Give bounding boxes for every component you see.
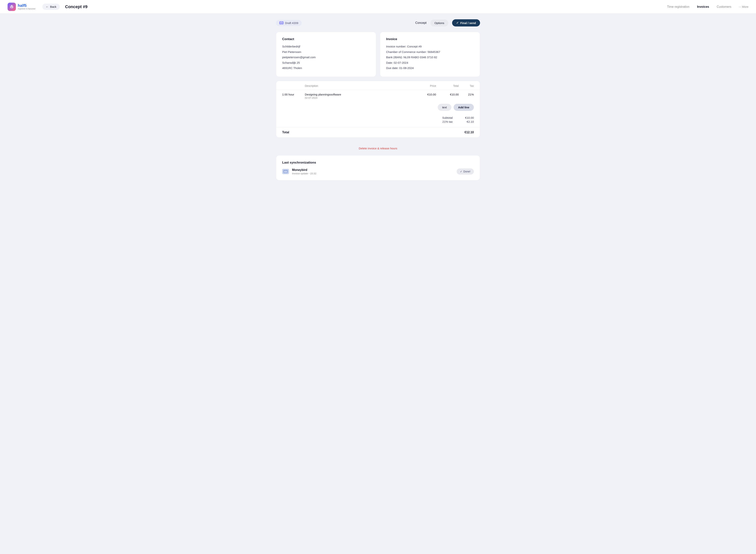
main-content: Draft #209 Concept Options ✓ Final / sen…: [269, 14, 487, 186]
invoice-card-title: Invoice: [386, 37, 474, 41]
back-button[interactable]: ← Back: [42, 4, 60, 10]
main-nav: Time registration Invoices Customers ···…: [667, 5, 748, 8]
svg-rect-3: [284, 170, 287, 173]
invoice-table-card: Description Price Total Tax 1:00 hour De…: [276, 81, 480, 137]
subtotals-section: Subtotal €10.00 21% tax €2.10: [276, 115, 480, 127]
row-description: Designing planningssoftware: [305, 93, 410, 96]
contact-line-4: Schansdijk 25: [282, 61, 370, 65]
col-head-tax: Tax: [459, 84, 474, 87]
sync-card: Last synchronizations Moneybird Invoice …: [276, 155, 480, 180]
col-head-description: Description: [305, 84, 410, 87]
contact-card: Contact Schilderbedrijf Piet Pieterssen …: [276, 32, 376, 77]
chevron-down-icon: ✓: [456, 21, 459, 24]
info-cards-row: Contact Schilderbedrijf Piet Pieterssen …: [276, 32, 480, 77]
sync-service-sub: Invoice update - 15:32: [292, 172, 454, 175]
total-label: Total: [282, 131, 289, 134]
subtotal-value: €10.00: [459, 116, 474, 119]
page-title: Concept #9: [65, 4, 88, 9]
more-dots-icon: ···: [739, 5, 741, 8]
invoice-line-3: Bank (IBAN): NL09 RABO 0346 3710 82: [386, 55, 474, 60]
logo-wordmark: half5: [18, 4, 36, 7]
draft-icon: [279, 21, 284, 24]
row-description-date: 02-07-2024: [305, 97, 410, 99]
header: half5 registreer & factureer ← Back Conc…: [0, 0, 756, 14]
tax-line: 21% tax €2.10: [443, 120, 474, 123]
sync-row: Moneybird Invoice update - 15:32 ✓ Done!: [282, 168, 474, 175]
sync-service-name: Moneybird: [292, 168, 454, 172]
tax-label: 21% tax: [443, 120, 453, 123]
svg-point-1: [11, 5, 12, 6]
delete-invoice-link[interactable]: Delete invoice & release hours: [276, 142, 480, 155]
invoice-line-1: Invoice number: Concept #9: [386, 44, 474, 49]
logo-text-block: half5 registreer & factureer: [18, 4, 36, 10]
check-icon: ✓: [460, 170, 462, 173]
contact-line-5: 4691RC Tholen: [282, 66, 370, 70]
svg-rect-2: [280, 22, 283, 23]
toolbar-row: Draft #209 Concept Options ✓ Final / sen…: [276, 19, 480, 26]
add-line-button[interactable]: Add line: [454, 104, 474, 111]
row-total: €10.00: [436, 93, 459, 96]
nav-time-registration[interactable]: Time registration: [667, 5, 690, 8]
row-description-block: Designing planningssoftware 02-07-2024: [305, 93, 410, 99]
col-head-price: Price: [410, 84, 436, 87]
back-arrow-icon: ←: [46, 5, 49, 8]
row-hours: 1:00 hour: [282, 93, 305, 96]
sync-info: Moneybird Invoice update - 15:32: [292, 168, 454, 175]
logo-icon: [8, 3, 16, 11]
total-value: €12.10: [465, 131, 474, 134]
concept-status-label: Concept: [415, 21, 426, 24]
table-action-row: text Add line: [276, 102, 480, 115]
draft-badge: Draft #209: [276, 20, 302, 26]
subtotal-label: Subtotal: [442, 116, 453, 119]
text-button[interactable]: text: [438, 104, 451, 111]
logo-subtitle: registreer & factureer: [18, 8, 36, 10]
moneybird-icon: [282, 169, 289, 174]
invoice-card: Invoice Invoice number: Concept #9 Chamb…: [380, 32, 480, 77]
row-price: €10.00: [410, 93, 436, 96]
tax-value: €2.10: [459, 120, 474, 123]
contact-line-3: pietpieterssen@gmail.com: [282, 55, 370, 60]
col-head-total: Total: [436, 84, 459, 87]
table-row: 1:00 hour Designing planningssoftware 02…: [276, 90, 480, 102]
logo: half5 registreer & factureer: [8, 3, 36, 11]
col-head-hours: [282, 84, 305, 87]
invoice-line-2: Chamber of Commerce number: 56845367: [386, 50, 474, 54]
nav-invoices[interactable]: Invoices: [697, 5, 709, 8]
nav-more[interactable]: ··· More: [739, 5, 748, 8]
contact-card-title: Contact: [282, 37, 370, 41]
contact-line-1: Schilderbedrijf: [282, 44, 370, 49]
subtotal-line: Subtotal €10.00: [442, 116, 474, 119]
contact-line-2: Piet Pieterssen: [282, 50, 370, 54]
options-button[interactable]: Options: [430, 19, 449, 26]
nav-customers[interactable]: Customers: [717, 5, 731, 8]
row-tax: 21%: [459, 93, 474, 96]
final-send-button[interactable]: ✓ Final / send: [452, 19, 480, 26]
table-header: Description Price Total Tax: [276, 81, 480, 90]
invoice-line-4: Date: 02-07-2024: [386, 61, 474, 65]
done-badge: ✓ Done!: [457, 168, 474, 174]
sync-title: Last synchronizations: [282, 161, 474, 165]
total-row: Total €12.10: [276, 127, 480, 137]
invoice-line-5: Due date: 01-08-2024: [386, 66, 474, 70]
